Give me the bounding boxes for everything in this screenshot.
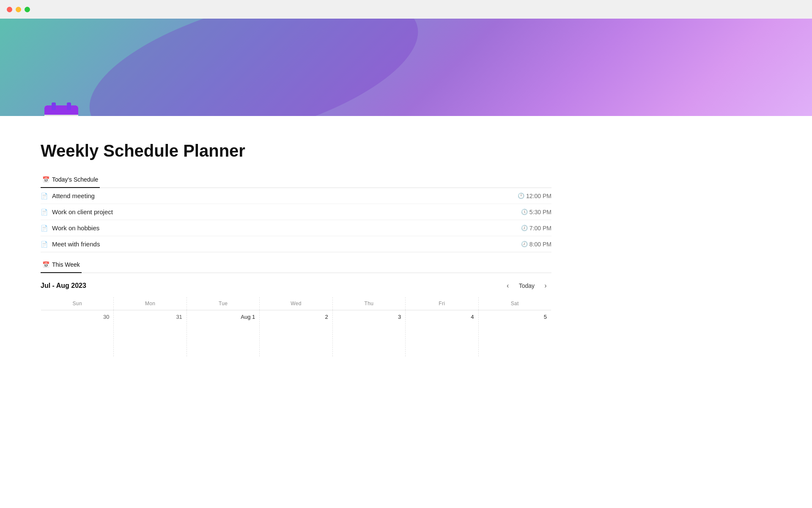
- day-number-4: 4: [410, 314, 474, 320]
- calendar-month-range: Jul - Aug 2023: [41, 282, 86, 290]
- day-number-aug1: Aug 1: [191, 314, 255, 320]
- item-time-value-2: 7:00 PM: [529, 225, 551, 232]
- page-title: Weekly Schedule Planner: [41, 141, 551, 160]
- cal-cell-thu[interactable]: 3: [332, 310, 405, 357]
- calendar-header: Jul - Aug 2023 ‹ Today ›: [41, 273, 551, 297]
- cal-cell-sun[interactable]: 30: [41, 310, 114, 357]
- calendar-grid: Sun Mon Tue Wed Thu Fri Sat 30 31: [41, 297, 551, 357]
- calendar-icon: [42, 99, 80, 116]
- next-month-button[interactable]: ›: [540, 280, 551, 292]
- tab-today[interactable]: 📅 Today's Schedule: [41, 173, 100, 188]
- item-label-2: Work on hobbies: [52, 224, 99, 232]
- item-label-0: Attend meeting: [52, 192, 95, 199]
- schedule-list: 📄 Attend meeting 🕛 12:00 PM 📄 Work on cl…: [41, 188, 551, 252]
- col-sun: Sun: [41, 297, 114, 310]
- item-label-1: Work on client project: [52, 208, 113, 215]
- week-tab-bar: 📅 This Week: [41, 257, 551, 273]
- day-number-3: 3: [337, 314, 401, 320]
- calendar-section: Jul - Aug 2023 ‹ Today › Sun Mon Tue Wed…: [41, 273, 551, 357]
- col-fri: Fri: [406, 297, 478, 310]
- col-sat: Sat: [478, 297, 551, 310]
- item-label-3: Meet with friends: [52, 240, 100, 248]
- item-time-0: 🕛 12:00 PM: [518, 193, 551, 199]
- item-doc-icon-0: 📄: [41, 193, 48, 199]
- close-button[interactable]: [7, 7, 12, 12]
- item-time-1: 🕔 5:30 PM: [521, 209, 551, 215]
- svg-rect-2: [44, 110, 78, 115]
- calendar-row-0: 30 31 Aug 1 2 3 4: [41, 310, 551, 357]
- item-time-value-0: 12:00 PM: [526, 193, 551, 199]
- schedule-item-2[interactable]: 📄 Work on hobbies 🕖 7:00 PM: [41, 220, 551, 236]
- item-doc-icon-2: 📄: [41, 225, 48, 232]
- day-number-5: 5: [483, 314, 547, 320]
- col-wed: Wed: [260, 297, 332, 310]
- item-doc-icon-3: 📄: [41, 241, 48, 248]
- col-tue: Tue: [187, 297, 259, 310]
- cal-cell-tue[interactable]: Aug 1: [187, 310, 259, 357]
- day-number-31: 31: [118, 314, 182, 320]
- item-time-3: 🕗 8:00 PM: [521, 241, 551, 248]
- prev-month-button[interactable]: ‹: [502, 280, 514, 292]
- day-number-2: 2: [264, 314, 328, 320]
- day-number-30: 30: [45, 314, 109, 320]
- cal-cell-fri[interactable]: 4: [406, 310, 478, 357]
- svg-rect-4: [67, 102, 71, 110]
- today-tab-icon: 📅: [42, 176, 49, 183]
- cal-cell-mon[interactable]: 31: [114, 310, 187, 357]
- titlebar: [0, 0, 812, 19]
- clock-icon-2: 🕖: [521, 225, 528, 231]
- item-time-value-3: 8:00 PM: [529, 241, 551, 248]
- schedule-item-1[interactable]: 📄 Work on client project 🕔 5:30 PM: [41, 204, 551, 220]
- schedule-item-0[interactable]: 📄 Attend meeting 🕛 12:00 PM: [41, 188, 551, 204]
- col-mon: Mon: [114, 297, 187, 310]
- main-content: Weekly Schedule Planner 📅 Today's Schedu…: [0, 116, 592, 374]
- tab-bar: 📅 Today's Schedule: [41, 172, 551, 188]
- calendar-nav: ‹ Today ›: [502, 280, 551, 292]
- schedule-item-3[interactable]: 📄 Meet with friends 🕗 8:00 PM: [41, 236, 551, 252]
- today-tab-label: Today's Schedule: [52, 176, 98, 183]
- item-time-value-1: 5:30 PM: [529, 209, 551, 215]
- header-banner: [0, 19, 812, 116]
- thisweek-tab-label: This Week: [52, 261, 80, 268]
- clock-icon-3: 🕗: [521, 241, 528, 247]
- cal-cell-sat[interactable]: 5: [478, 310, 551, 357]
- thisweek-tab-icon: 📅: [42, 261, 49, 268]
- svg-rect-3: [52, 102, 56, 110]
- today-nav-label: Today: [519, 282, 535, 289]
- cal-cell-wed[interactable]: 2: [260, 310, 332, 357]
- col-thu: Thu: [332, 297, 405, 310]
- calendar-header-row: Sun Mon Tue Wed Thu Fri Sat: [41, 297, 551, 310]
- clock-icon-1: 🕔: [521, 209, 528, 215]
- tab-thisweek[interactable]: 📅 This Week: [41, 258, 82, 273]
- minimize-button[interactable]: [16, 7, 21, 12]
- item-time-2: 🕖 7:00 PM: [521, 225, 551, 232]
- maximize-button[interactable]: [25, 7, 30, 12]
- item-doc-icon-1: 📄: [41, 209, 48, 215]
- clock-icon-0: 🕛: [518, 193, 524, 199]
